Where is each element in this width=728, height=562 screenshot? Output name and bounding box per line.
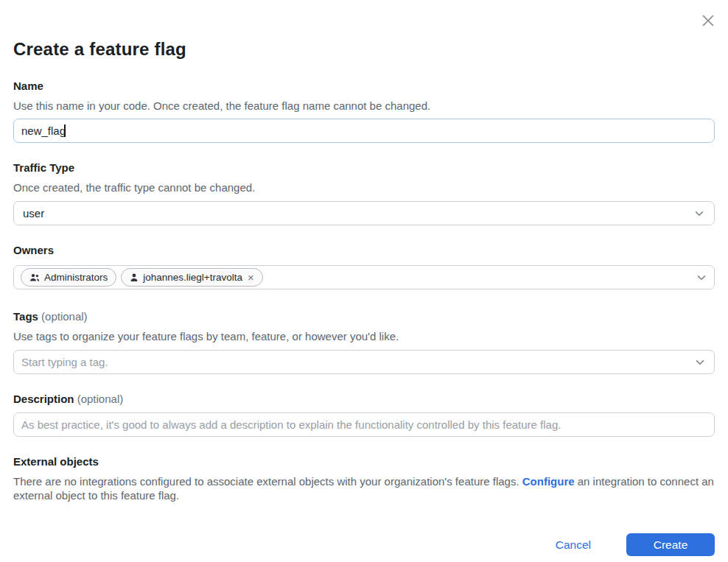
owner-chip-user[interactable]: johannes.liegl+travolta ×: [121, 268, 262, 287]
tags-help-text: Use tags to organize your feature flags …: [13, 330, 715, 343]
tags-optional-text: (optional): [41, 310, 88, 323]
traffic-type-field-group: Traffic Type Once created, the traffic t…: [13, 161, 715, 225]
modal-title: Create a feature flag: [13, 0, 715, 60]
owners-select[interactable]: Administrators johannes.liegl+travolta ×: [13, 265, 715, 289]
traffic-type-label: Traffic Type: [13, 161, 715, 175]
tags-input[interactable]: [13, 350, 715, 374]
remove-owner-icon[interactable]: ×: [248, 272, 254, 283]
create-button[interactable]: Create: [626, 533, 715, 556]
tags-label-text: Tags: [13, 310, 38, 323]
description-input[interactable]: [13, 412, 715, 437]
description-label-text: Description: [13, 393, 74, 405]
tags-label: Tags (optional): [13, 310, 715, 323]
user-icon: [130, 273, 139, 282]
traffic-type-value: user: [23, 207, 44, 219]
external-objects-group: External objects There are no integratio…: [13, 455, 715, 502]
create-feature-flag-modal: Create a feature flag Name Use this name…: [0, 0, 728, 562]
name-help-text: Use this name in your code. Once created…: [13, 99, 715, 113]
external-objects-text-before: There are no integrations configured to …: [13, 475, 522, 488]
name-field-group: Name Use this name in your code. Once cr…: [13, 80, 715, 143]
chevron-down-icon: [693, 208, 705, 219]
tags-combo-wrap: [13, 350, 715, 374]
description-label: Description (optional): [13, 393, 715, 406]
owner-chip-label: johannes.liegl+travolta: [143, 272, 242, 283]
group-icon: [29, 273, 40, 282]
name-input-wrap: [13, 119, 715, 143]
close-icon: [700, 13, 716, 29]
description-input-wrap: [13, 412, 715, 437]
owners-field-group: Owners Administrators: [13, 244, 715, 289]
owners-label: Owners: [13, 244, 715, 257]
tags-field-group: Tags (optional) Use tags to organize you…: [13, 310, 715, 374]
text-caret: [64, 124, 66, 137]
close-button[interactable]: [697, 10, 719, 32]
traffic-type-help-text: Once created, the traffic type cannot be…: [13, 181, 715, 194]
external-objects-text: There are no integrations configured to …: [13, 475, 715, 502]
traffic-type-select[interactable]: user: [13, 201, 715, 225]
external-objects-label: External objects: [13, 455, 715, 468]
name-input[interactable]: [13, 119, 715, 143]
modal-footer: Cancel Create: [13, 533, 715, 556]
owner-chip-administrators[interactable]: Administrators: [21, 268, 116, 287]
chevron-down-icon: [696, 272, 707, 284]
owner-chip-label: Administrators: [44, 272, 108, 283]
name-label: Name: [13, 80, 715, 93]
description-optional-text: (optional): [77, 393, 124, 405]
configure-link[interactable]: Configure: [522, 475, 575, 488]
description-field-group: Description (optional): [13, 393, 715, 437]
cancel-button[interactable]: Cancel: [554, 535, 592, 555]
